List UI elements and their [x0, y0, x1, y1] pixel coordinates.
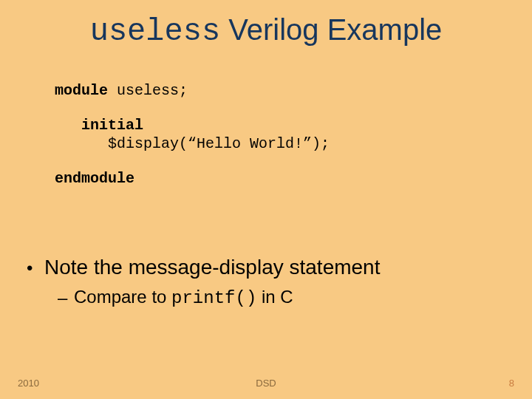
bullet-text: Note the message-display statement [44, 256, 380, 279]
slide-title: useless Verilog Example [0, 13, 532, 50]
footer-page-number: 8 [509, 378, 514, 389]
bullet-level-2: – Compare to printf() in C [58, 287, 502, 309]
code-line: initial [55, 116, 330, 134]
title-mono: useless [90, 14, 220, 50]
bullet-level-1: • Note the message-display statement [27, 256, 502, 281]
code-line: endmodule [55, 169, 330, 188]
footer-center: DSD [0, 378, 532, 389]
keyword-initial: initial [81, 117, 143, 134]
code-line: $display(“Hello World!”); [55, 134, 330, 153]
bullet-sub-text: Compare to printf() in C [74, 287, 293, 308]
display-call: $display(“Hello World!”); [108, 135, 330, 152]
code-line: module useless; [55, 81, 330, 100]
bullet-dot-icon: • [27, 256, 44, 281]
title-rest: Verilog Example [220, 13, 442, 46]
sub-prefix: Compare to [74, 287, 171, 307]
keyword-module: module [55, 82, 108, 99]
module-name: useless; [108, 82, 188, 99]
bullet-list: • Note the message-display statement – C… [27, 256, 502, 309]
keyword-endmodule: endmodule [55, 170, 134, 187]
bullet-dash-icon: – [58, 287, 74, 309]
sub-suffix: in C [256, 287, 293, 307]
code-block: module useless; initial $display(“Hello … [55, 81, 330, 188]
sub-mono: printf() [171, 288, 256, 308]
